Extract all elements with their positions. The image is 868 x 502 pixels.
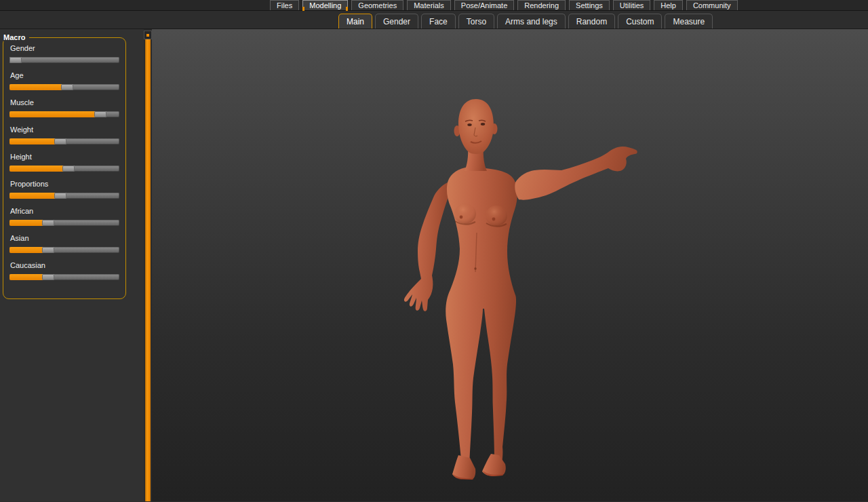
model-body bbox=[404, 99, 637, 480]
slider-caucasian[interactable] bbox=[9, 274, 119, 280]
menu-tab-geometries[interactable]: Geometries bbox=[351, 0, 403, 10]
slider-fill bbox=[9, 220, 45, 226]
model-navel bbox=[474, 267, 477, 270]
slider-handle-muscle[interactable] bbox=[94, 111, 106, 117]
slider-handle-asian[interactable] bbox=[42, 247, 54, 253]
slider-label-muscle: Muscle bbox=[10, 98, 119, 107]
slider-handle-age[interactable] bbox=[61, 84, 73, 90]
slider-row-muscle: Muscle bbox=[9, 98, 119, 117]
slider-fill bbox=[9, 84, 68, 90]
slider-fill bbox=[9, 166, 68, 172]
makehuman-window: FilesModellingGeometriesMaterialsPose/An… bbox=[0, 0, 868, 501]
slider-label-african: African bbox=[10, 207, 119, 215]
subtab-custom[interactable]: Custom bbox=[618, 14, 662, 28]
slider-height[interactable] bbox=[9, 166, 119, 172]
slider-label-caucasian: Caucasian bbox=[10, 261, 119, 269]
menu-tab-files[interactable]: Files bbox=[270, 0, 299, 10]
menu-tab-community[interactable]: Community bbox=[686, 0, 738, 10]
panel-scrollbar-handle[interactable] bbox=[144, 31, 152, 39]
left-panel: Macro GenderAgeMuscleWeightHeightProport… bbox=[0, 29, 144, 501]
slider-row-proportions: Proportions bbox=[9, 180, 119, 199]
menu-tab-settings[interactable]: Settings bbox=[569, 0, 610, 10]
slider-fill bbox=[9, 274, 45, 280]
slider-row-height: Height bbox=[9, 153, 119, 172]
slider-fill bbox=[9, 111, 105, 117]
slider-row-weight: Weight bbox=[9, 125, 119, 144]
slider-weight[interactable] bbox=[9, 138, 119, 144]
slider-label-height: Height bbox=[10, 153, 119, 161]
subtab-random[interactable]: Random bbox=[568, 14, 615, 28]
subtab-arms-and-legs[interactable]: Arms and legs bbox=[497, 14, 566, 28]
slider-handle-height[interactable] bbox=[62, 166, 75, 172]
slider-african[interactable] bbox=[9, 220, 119, 226]
menu-tab-rendering[interactable]: Rendering bbox=[517, 0, 566, 10]
panel-scrollbar[interactable] bbox=[144, 29, 152, 501]
slider-row-caucasian: Caucasian bbox=[9, 261, 119, 280]
menu-tab-help[interactable]: Help bbox=[654, 0, 683, 10]
menu-tab-pose-animate[interactable]: Pose/Animate bbox=[454, 0, 514, 10]
slider-label-weight: Weight bbox=[10, 125, 119, 134]
slider-row-gender: Gender bbox=[9, 44, 119, 63]
slider-gender[interactable] bbox=[9, 57, 119, 63]
slider-label-proportions: Proportions bbox=[10, 180, 119, 188]
subtab-face[interactable]: Face bbox=[421, 14, 456, 28]
slider-muscle[interactable] bbox=[9, 111, 119, 117]
model-head bbox=[458, 99, 494, 154]
macro-sliders: GenderAgeMuscleWeightHeightProportionsAf… bbox=[9, 44, 119, 280]
slider-label-gender: Gender bbox=[10, 44, 119, 52]
slider-proportions[interactable] bbox=[9, 193, 119, 199]
slider-row-asian: Asian bbox=[9, 234, 119, 253]
slider-handle-caucasian[interactable] bbox=[42, 274, 54, 280]
model-arm-right bbox=[515, 147, 637, 200]
slider-age[interactable] bbox=[9, 84, 119, 90]
subtab-gender[interactable]: Gender bbox=[375, 14, 418, 28]
menu-tab-utilities[interactable]: Utilities bbox=[613, 0, 650, 10]
slider-handle-proportions[interactable] bbox=[54, 193, 66, 199]
scroll-grip-icon bbox=[146, 34, 149, 37]
slider-row-african: African bbox=[9, 207, 119, 226]
main-menu-bar: FilesModellingGeometriesMaterialsPose/An… bbox=[0, 0, 868, 11]
panel-scrollbar-thumb[interactable] bbox=[145, 39, 151, 501]
menu-tab-modelling[interactable]: Modelling bbox=[302, 0, 348, 10]
slider-fill bbox=[9, 247, 45, 253]
slider-handle-african[interactable] bbox=[42, 220, 54, 226]
slider-fill bbox=[9, 193, 60, 199]
subtab-torso[interactable]: Torso bbox=[458, 14, 494, 28]
subtab-main[interactable]: Main bbox=[338, 14, 372, 28]
macro-panel: Macro GenderAgeMuscleWeightHeightProport… bbox=[3, 33, 126, 299]
slider-label-asian: Asian bbox=[10, 234, 119, 242]
slider-fill bbox=[9, 138, 60, 144]
sub-menu-bar: MainGenderFaceTorsoArms and legsRandomCu… bbox=[0, 11, 868, 29]
viewport-3d[interactable] bbox=[152, 29, 868, 501]
slider-label-age: Age bbox=[10, 71, 119, 79]
subtab-measure[interactable]: Measure bbox=[665, 14, 713, 28]
content-area: Macro GenderAgeMuscleWeightHeightProport… bbox=[0, 29, 868, 501]
macro-panel-title: Macro bbox=[3, 33, 29, 41]
human-model[interactable] bbox=[152, 29, 868, 501]
slider-asian[interactable] bbox=[9, 247, 119, 253]
slider-row-age: Age bbox=[9, 71, 119, 90]
slider-handle-gender[interactable] bbox=[9, 57, 22, 63]
slider-handle-weight[interactable] bbox=[54, 138, 66, 144]
menu-tab-materials[interactable]: Materials bbox=[407, 0, 451, 10]
model-arm-left bbox=[404, 181, 450, 311]
